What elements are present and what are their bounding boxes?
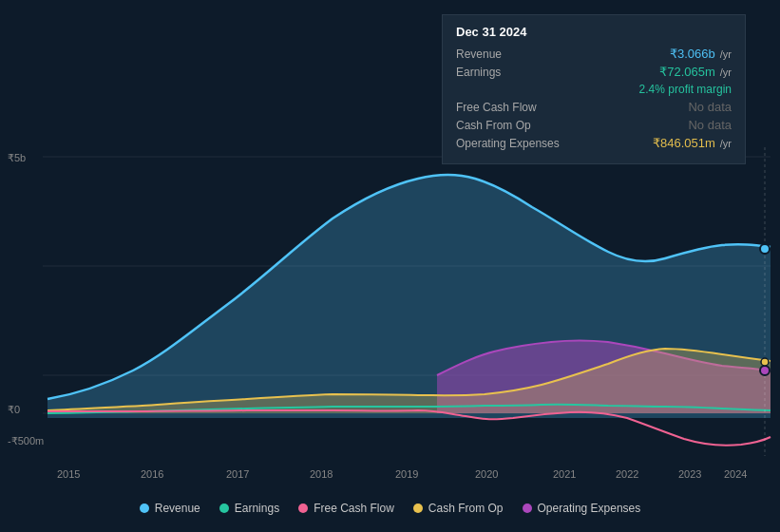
tooltip-row-cashfromop: Cash From Op No data (456, 118, 732, 132)
tooltip-value-revenue: ₹3.066b (670, 47, 715, 61)
x-label-2016: 2016 (141, 468, 163, 480)
x-label-2024: 2024 (724, 468, 747, 480)
chart-legend: Revenue Earnings Free Cash Flow Cash Fro… (0, 502, 780, 515)
tooltip-label-earnings: Earnings (456, 66, 570, 79)
x-label-2021: 2021 (553, 468, 576, 480)
chart-container: ₹5b ₹0 -₹500m 2015 2016 2017 2018 2019 2… (0, 0, 780, 532)
legend-dot-earnings (219, 504, 229, 513)
tooltip-unit-revenue: /yr (720, 48, 732, 60)
tooltip-label-fcf: Free Cash Flow (456, 101, 570, 114)
svg-point-7 (760, 366, 770, 375)
x-label-2020: 2020 (475, 468, 498, 480)
tooltip-value-cashfromop: No data (688, 118, 732, 132)
legend-item-revenue: Revenue (140, 502, 200, 515)
legend-item-opex: Operating Expenses (523, 502, 641, 515)
tooltip-row-opex: Operating Expenses ₹846.051m /yr (456, 136, 732, 150)
legend-dot-revenue (140, 504, 149, 513)
legend-label-earnings: Earnings (235, 502, 279, 515)
x-label-2015: 2015 (57, 468, 80, 480)
tooltip-value-opex: ₹846.051m (653, 136, 715, 150)
tooltip-row-revenue: Revenue ₹3.066b /yr (456, 47, 732, 61)
x-label-2018: 2018 (310, 468, 333, 480)
legend-label-fcf: Free Cash Flow (314, 502, 394, 515)
tooltip-value-earnings: ₹72.065m (659, 65, 715, 79)
tooltip-label-opex: Operating Expenses (456, 137, 570, 150)
tooltip-unit-opex: /yr (720, 138, 732, 149)
y-label-minus500m: -₹500m (8, 435, 44, 447)
tooltip-sub-earnings: 2.4% profit margin (639, 83, 732, 96)
legend-dot-cashfromop (413, 504, 423, 513)
x-label-2022: 2022 (616, 468, 638, 480)
tooltip-label-cashfromop: Cash From Op (456, 119, 570, 132)
tooltip-box: Dec 31 2024 Revenue ₹3.066b /yr Earnings… (442, 14, 746, 164)
legend-item-fcf: Free Cash Flow (298, 502, 394, 515)
legend-dot-opex (523, 504, 532, 513)
legend-dot-fcf (298, 504, 308, 513)
legend-label-opex: Operating Expenses (538, 502, 641, 515)
legend-item-cashfromop: Cash From Op (413, 502, 504, 515)
y-label-5b: ₹5b (8, 152, 26, 164)
tooltip-row-fcf: Free Cash Flow No data (456, 100, 732, 114)
legend-item-earnings: Earnings (219, 502, 279, 515)
tooltip-unit-earnings: /yr (720, 66, 732, 78)
tooltip-row-earnings: Earnings ₹72.065m /yr (456, 65, 732, 79)
tooltip-date: Dec 31 2024 (456, 25, 732, 39)
x-label-2023: 2023 (678, 468, 701, 480)
y-label-0: ₹0 (8, 404, 20, 416)
legend-label-revenue: Revenue (155, 502, 200, 515)
tooltip-value-fcf: No data (688, 100, 732, 114)
svg-point-6 (760, 244, 770, 254)
tooltip-label-revenue: Revenue (456, 48, 570, 61)
x-label-2019: 2019 (395, 468, 418, 480)
x-label-2017: 2017 (226, 468, 249, 480)
legend-label-cashfromop: Cash From Op (428, 502, 504, 515)
svg-point-8 (761, 358, 769, 366)
